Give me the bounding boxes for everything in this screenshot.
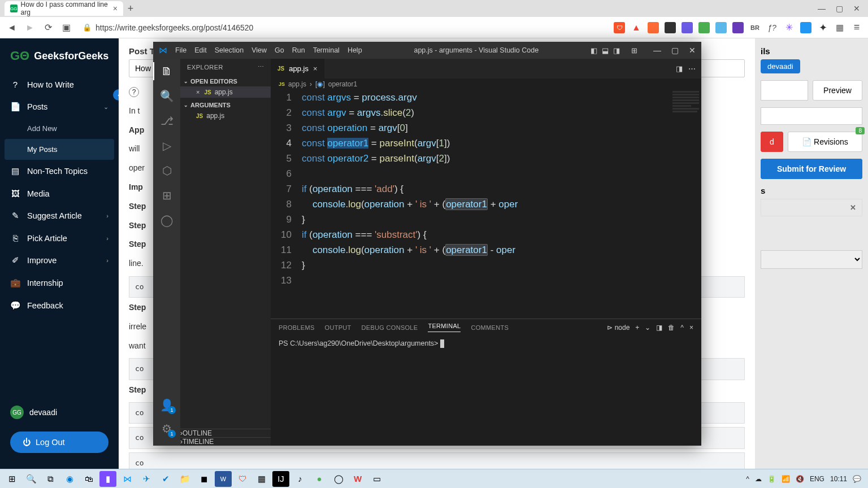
- new-tab-button[interactable]: +: [123, 1, 138, 16]
- ext-fn-icon[interactable]: ƒ?: [766, 22, 778, 33]
- vscode-taskbar-icon[interactable]: ⋈: [119, 471, 136, 487]
- remote-icon[interactable]: ⬡: [159, 163, 175, 178]
- split-editor-icon[interactable]: ◨: [676, 64, 683, 73]
- maximize-icon[interactable]: ▢: [836, 4, 843, 13]
- menu-edit[interactable]: Edit: [194, 46, 207, 54]
- layout-secondary-icon[interactable]: ◨: [613, 46, 620, 55]
- menu-view[interactable]: View: [251, 46, 267, 54]
- ext-green-icon[interactable]: [698, 22, 710, 33]
- close-icon[interactable]: ×: [196, 89, 199, 95]
- discard-button[interactable]: d: [761, 132, 783, 152]
- maximize-icon[interactable]: ▢: [671, 46, 679, 55]
- category-select[interactable]: [761, 250, 862, 269]
- panel-tab-output[interactable]: OUTPUT: [325, 324, 351, 331]
- run-debug-icon[interactable]: ▷: [159, 138, 175, 154]
- file-item[interactable]: JSapp.js: [180, 110, 271, 121]
- menu-posts[interactable]: 📄Posts⌄: [0, 95, 119, 118]
- terminal-dropdown-icon[interactable]: ⌄: [645, 324, 650, 332]
- ext-blue-icon[interactable]: [800, 22, 811, 33]
- panel-tab-debug[interactable]: DEBUG CONSOLE: [362, 324, 418, 331]
- browser-menu-icon[interactable]: ≡: [851, 22, 862, 33]
- tag-input[interactable]: [761, 80, 808, 101]
- onedrive-icon[interactable]: ☁: [755, 475, 762, 483]
- terminal[interactable]: PS C:\Users\ag290\OneDrive\Desktop\argum…: [271, 336, 701, 446]
- code-lines[interactable]: const argvs = process.argvconst argv = a…: [302, 90, 701, 319]
- explorer-more-icon[interactable]: ⋯: [258, 63, 264, 71]
- task-view-icon[interactable]: ⧉: [42, 471, 59, 487]
- ext-film-icon[interactable]: ▦: [834, 22, 845, 33]
- code-editor[interactable]: 12345678910111213 const argvs = process.…: [271, 90, 701, 319]
- menu-feedback[interactable]: 💬Feedback: [0, 294, 119, 317]
- search-icon[interactable]: 🔍: [159, 88, 175, 104]
- menu-improve[interactable]: ✐Improve›: [0, 249, 119, 272]
- layout-panel-icon[interactable]: ⬓: [602, 46, 609, 55]
- source-control-icon[interactable]: ⎇: [159, 113, 175, 129]
- menu-suggest[interactable]: ✎Suggest Article›: [0, 204, 119, 227]
- folder-section[interactable]: ⌄ARGUMENTS: [180, 100, 271, 110]
- split-terminal-icon[interactable]: ◨: [656, 324, 662, 332]
- timeline-section[interactable]: ›TIMELINE: [180, 437, 271, 446]
- app4-icon[interactable]: ▦: [253, 471, 270, 487]
- editor-tab[interactable]: JS app.js ×: [271, 59, 325, 79]
- breadcrumb[interactable]: JS app.js › [◉] operator1: [271, 79, 701, 90]
- menu-how-to-write[interactable]: ?How to Write: [0, 73, 119, 95]
- ext-cyan-icon[interactable]: [715, 22, 727, 33]
- ext-violet-icon[interactable]: [732, 22, 744, 33]
- panel-tab-terminal[interactable]: TERMINAL: [428, 323, 461, 332]
- menu-file[interactable]: File: [175, 46, 186, 54]
- address-bar[interactable]: 🔒 https://write.geeksforgeeks.org/post/4…: [78, 21, 608, 34]
- menu-selection[interactable]: Selection: [215, 46, 244, 54]
- outline-section[interactable]: ›OUTLINE: [180, 429, 271, 437]
- word-icon[interactable]: W: [215, 471, 232, 487]
- vscode-titlebar[interactable]: ⋈ File Edit Selection View Go Run Termin…: [153, 42, 701, 59]
- ext-br-icon[interactable]: BR: [749, 22, 761, 33]
- accounts-icon[interactable]: 👤1: [159, 397, 175, 413]
- kill-terminal-icon[interactable]: 🗑: [668, 324, 675, 332]
- ext-triangle-icon[interactable]: ▲: [631, 22, 642, 33]
- menu-add-new[interactable]: Add New: [0, 118, 119, 139]
- user-info[interactable]: GG devaadi: [0, 399, 119, 426]
- minimap[interactable]: [670, 90, 701, 319]
- app3-icon[interactable]: ◼: [196, 471, 212, 487]
- battery-icon[interactable]: 🔋: [767, 475, 776, 483]
- app1-icon[interactable]: ▮: [99, 471, 116, 487]
- open-editors-section[interactable]: ⌄OPEN EDITORS: [180, 76, 271, 86]
- browser-tab[interactable]: GG How do I pass command line arg ×: [5, 1, 123, 16]
- ext-orange-icon[interactable]: [648, 22, 659, 33]
- start-icon[interactable]: ⊞: [3, 471, 20, 487]
- minimize-icon[interactable]: —: [818, 4, 826, 13]
- code-box-3c[interactable]: co: [129, 452, 745, 469]
- preview-button[interactable]: Preview: [813, 80, 862, 101]
- nav-back-icon[interactable]: ◄: [6, 21, 18, 34]
- submit-review-button[interactable]: Submit for Review: [761, 159, 862, 179]
- logout-button[interactable]: ⏻Log Out: [10, 432, 108, 453]
- minimize-icon[interactable]: —: [653, 46, 661, 55]
- nav-reload-icon[interactable]: ⟳: [42, 21, 54, 34]
- tab-close-icon[interactable]: ×: [113, 4, 118, 13]
- ext-brave-icon[interactable]: 🛡: [614, 22, 625, 33]
- app6-icon[interactable]: ♪: [292, 471, 309, 487]
- edge-icon[interactable]: ◉: [61, 471, 78, 487]
- close-tab-icon[interactable]: ×: [313, 64, 318, 73]
- telegram-icon[interactable]: ✈: [138, 471, 155, 487]
- explorer-icon[interactable]: 🗎: [159, 63, 175, 79]
- menu-my-posts[interactable]: My Posts: [5, 139, 114, 160]
- more-actions-icon[interactable]: ⋯: [688, 64, 696, 73]
- app2-icon[interactable]: 📁: [176, 471, 193, 487]
- close-panel-icon[interactable]: ×: [689, 324, 693, 332]
- extensions-icon[interactable]: ⊞: [159, 188, 175, 203]
- store-icon[interactable]: 🛍: [80, 471, 97, 487]
- app8-icon[interactable]: ◯: [330, 471, 347, 487]
- app7-icon[interactable]: ●: [311, 471, 328, 487]
- menu-terminal[interactable]: Terminal: [313, 46, 340, 54]
- wps-icon[interactable]: W: [349, 471, 366, 487]
- nav-reader-icon[interactable]: ▣: [60, 21, 72, 34]
- close-icon[interactable]: ✕: [689, 46, 696, 55]
- terminal-shell-label[interactable]: ⊳ node: [607, 324, 630, 332]
- layout-sidebar-icon[interactable]: ◧: [591, 46, 597, 55]
- new-terminal-icon[interactable]: +: [635, 324, 639, 332]
- menu-media[interactable]: 🖼Media: [0, 182, 119, 204]
- misc-icon[interactable]: ◯: [159, 212, 175, 228]
- ext-star-icon[interactable]: ✳: [783, 22, 795, 33]
- status-input[interactable]: [761, 107, 862, 125]
